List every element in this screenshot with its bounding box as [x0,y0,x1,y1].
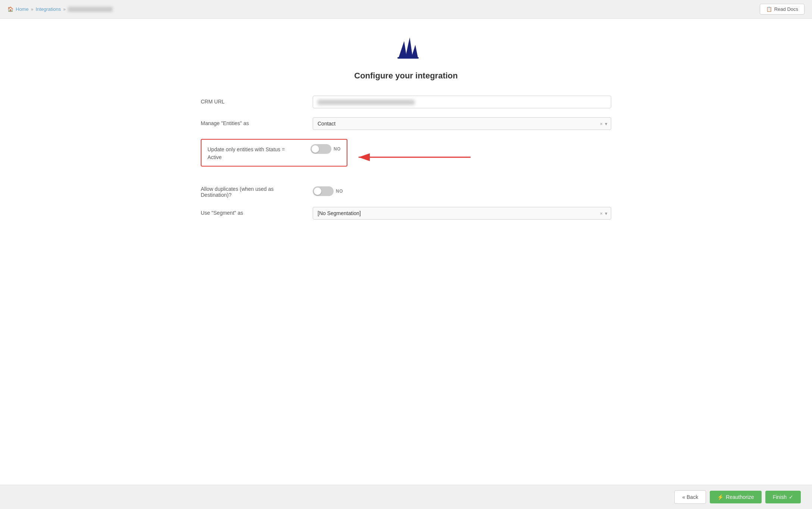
page-title: Configure your integration [354,71,457,81]
read-docs-button[interactable]: 📋 Read Docs [760,4,805,15]
svg-marker-2 [411,45,418,58]
crm-url-blurred-value [318,100,415,105]
main-content: Configure your integration CRM URL Manag… [0,19,812,485]
back-button[interactable]: « Back [674,490,706,504]
lightning-icon: ⚡ [717,494,724,500]
allow-duplicates-toggle[interactable]: NO [313,186,343,196]
form-container: CRM URL Manage "Entities" as Contact Lea… [201,96,611,229]
arrow-annotation [355,150,474,165]
manage-entities-wrap: Contact Lead Account × ▾ [313,117,611,130]
crm-url-label: CRM URL [201,96,313,105]
update-entities-label: Update only entities with Status = [207,146,285,152]
use-segment-select[interactable]: [No Segmentation] List Campaign [313,207,611,220]
allow-duplicates-label-text: Allow duplicates (when used as [201,186,274,192]
reauthorize-label: Reauthorize [726,494,754,500]
allow-duplicates-row: Allow duplicates (when used as Destinati… [201,184,611,198]
allow-duplicates-toggle-track [313,186,334,196]
update-entities-highlighted-row: Update only entities with Status = Activ… [201,139,347,167]
svg-rect-3 [397,57,419,59]
breadcrumb-home[interactable]: Home [16,6,29,12]
check-icon: ✓ [789,494,793,500]
reauthorize-button[interactable]: ⚡ Reauthorize [710,491,762,503]
home-icon: 🏠 [7,6,13,12]
use-segment-select-wrapper: [No Segmentation] List Campaign × ▾ [313,207,611,220]
crm-url-input-wrap [313,96,611,108]
manage-entities-select-wrapper: Contact Lead Account × ▾ [313,117,611,130]
use-segment-row: Use "Segment" as [No Segmentation] List … [201,207,611,220]
breadcrumb-current [68,7,113,12]
allow-duplicates-label: Allow duplicates (when used as Destinati… [201,184,313,198]
allow-duplicates-toggle-label: NO [336,189,343,194]
red-arrow-svg [355,150,474,165]
update-entities-toggle[interactable]: NO [310,144,341,154]
update-entities-label-wrap: Update only entities with Status = Activ… [207,144,310,161]
manage-entities-label: Manage "Entities" as [201,117,313,126]
breadcrumb-bar: 🏠 Home » Integrations » 📋 Read Docs [0,0,812,19]
use-segment-label: Use "Segment" as [201,207,313,216]
svg-marker-0 [399,41,407,58]
update-entities-toggle-track [310,144,331,154]
breadcrumb-sep-2: » [63,7,66,12]
crm-url-row: CRM URL [201,96,611,108]
svg-marker-1 [405,37,413,58]
allow-duplicates-toggle-thumb [314,187,321,195]
update-entities-row-wrapper: Update only entities with Status = Activ… [201,139,611,176]
finish-button[interactable]: Finish ✓ [765,491,801,503]
breadcrumb-sep-1: » [31,7,34,12]
crm-url-input[interactable] [313,96,611,108]
allow-duplicates-sublabel: Destination)? [201,192,232,198]
integration-logo [391,34,421,65]
book-icon: 📋 [766,6,772,12]
update-entities-toggle-thumb [312,145,319,153]
footer-bar: « Back ⚡ Reauthorize Finish ✓ [0,485,812,509]
update-entities-sublabel: Active [207,154,222,160]
manage-entities-row: Manage "Entities" as Contact Lead Accoun… [201,117,611,130]
read-docs-label: Read Docs [774,6,798,12]
breadcrumb-integrations[interactable]: Integrations [35,6,61,12]
update-entities-toggle-label: NO [334,146,341,152]
breadcrumb: 🏠 Home » Integrations » [7,6,113,12]
finish-label: Finish [773,494,787,500]
use-segment-wrap: [No Segmentation] List Campaign × ▾ [313,207,611,220]
manage-entities-select[interactable]: Contact Lead Account [313,117,611,130]
